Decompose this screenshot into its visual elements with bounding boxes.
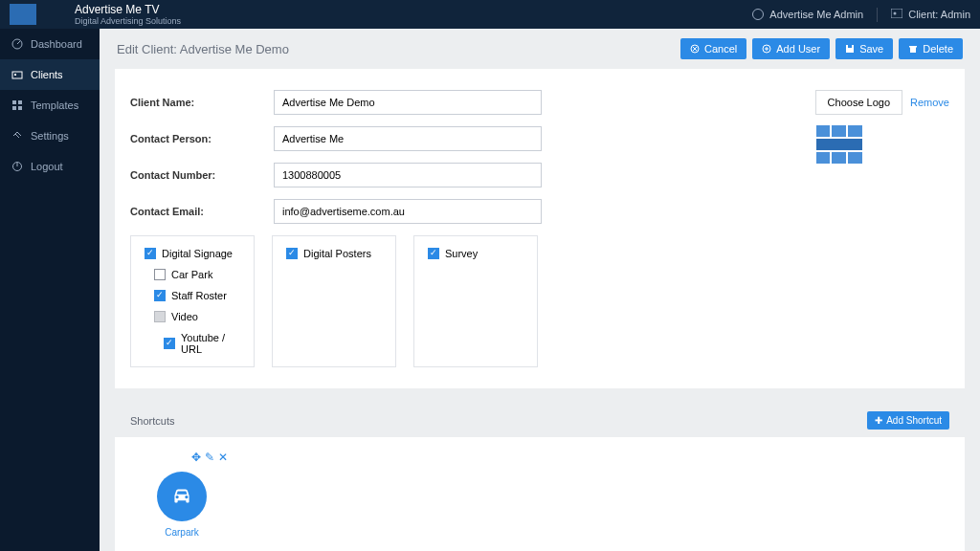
client-admin-label: Client: Admin bbox=[908, 9, 970, 20]
sidebar-item-templates[interactable]: Templates bbox=[0, 90, 100, 121]
sidebar-item-label: Clients bbox=[31, 69, 63, 80]
sidebar-item-clients[interactable]: Clients bbox=[0, 59, 100, 90]
option-digital-posters[interactable]: Digital Posters bbox=[286, 248, 382, 259]
app-title-block: Advertise Me TV Digital Advertising Solu… bbox=[75, 3, 181, 26]
client-name-input[interactable] bbox=[274, 90, 542, 115]
client-admin-link[interactable]: Client: Admin bbox=[891, 9, 970, 20]
shortcuts-title: Shortcuts bbox=[130, 415, 174, 427]
cancel-button[interactable]: Cancel bbox=[680, 38, 746, 59]
cancel-icon bbox=[690, 44, 700, 54]
divider bbox=[877, 8, 878, 22]
shortcut-actions: ✥ ✎ ✕ bbox=[191, 451, 946, 464]
checkbox-icon bbox=[145, 248, 156, 259]
client-name-label: Client Name: bbox=[130, 97, 274, 108]
save-icon bbox=[845, 44, 855, 54]
page-header: Edit Client: Advertise Me Demo Cancel Ad… bbox=[100, 29, 980, 69]
plus-icon: ✚ bbox=[875, 415, 882, 426]
svg-line-3 bbox=[17, 41, 20, 44]
svg-point-1 bbox=[894, 12, 897, 15]
sidebar-item-settings[interactable]: Settings bbox=[0, 121, 100, 151]
topbar-right: Advertise Me Admin Client: Admin bbox=[752, 8, 970, 22]
svg-rect-21 bbox=[910, 47, 916, 53]
option-box-digital-posters: Digital Posters bbox=[272, 235, 396, 367]
shortcut-carpark-icon bbox=[157, 472, 207, 521]
user-admin-link[interactable]: Advertise Me Admin bbox=[752, 9, 863, 20]
page-title: Edit Client: Advertise Me Demo bbox=[117, 42, 289, 56]
checkbox-icon bbox=[154, 311, 166, 322]
option-box-survey: Survey bbox=[413, 235, 538, 367]
svg-rect-9 bbox=[18, 106, 22, 110]
contact-number-label: Contact Number: bbox=[130, 169, 274, 181]
svg-rect-8 bbox=[12, 106, 16, 110]
logo-preview bbox=[815, 124, 863, 165]
option-youtube[interactable]: Youtube / URL bbox=[164, 332, 240, 355]
option-car-park[interactable]: Car Park bbox=[154, 269, 240, 280]
option-video[interactable]: Video bbox=[154, 311, 240, 322]
svg-rect-20 bbox=[848, 45, 852, 48]
plus-icon bbox=[762, 44, 771, 54]
svg-line-10 bbox=[15, 134, 19, 138]
shortcut-edit-icon[interactable]: ✎ bbox=[205, 451, 214, 464]
trash-icon bbox=[908, 44, 918, 54]
checkbox-icon bbox=[286, 248, 298, 259]
app-name: Advertise Me TV bbox=[75, 3, 181, 16]
shortcuts-bar: Shortcuts ✚Add Shortcut bbox=[115, 404, 965, 437]
header-buttons: Cancel Add User Save Delete bbox=[680, 38, 963, 59]
svg-rect-0 bbox=[891, 9, 902, 18]
sidebar-item-label: Settings bbox=[31, 130, 69, 142]
app-subtitle: Digital Advertising Solutions bbox=[75, 16, 181, 26]
shortcut-delete-icon[interactable]: ✕ bbox=[218, 451, 228, 464]
sidebar-item-label: Templates bbox=[31, 99, 78, 111]
option-box-digital-signage: Digital Signage Car Park Staff Roster Vi… bbox=[130, 235, 255, 367]
option-survey[interactable]: Survey bbox=[428, 248, 523, 259]
save-button[interactable]: Save bbox=[835, 38, 893, 59]
badge-icon bbox=[891, 9, 902, 20]
checkbox-icon bbox=[164, 338, 175, 349]
sidebar-item-label: Dashboard bbox=[31, 38, 82, 50]
user-admin-label: Advertise Me Admin bbox=[769, 9, 863, 20]
form-panel: Client Name: Contact Person: Contact Num… bbox=[115, 69, 965, 388]
contact-person-input[interactable] bbox=[274, 126, 542, 151]
option-staff-roster[interactable]: Staff Roster bbox=[154, 290, 240, 301]
checkbox-icon bbox=[428, 248, 439, 259]
shortcuts-panel: ✥ ✎ ✕ Carpark bbox=[115, 437, 965, 551]
sidebar-item-label: Logout bbox=[31, 161, 63, 172]
option-digital-signage[interactable]: Digital Signage bbox=[145, 248, 240, 259]
contact-email-input[interactable] bbox=[274, 199, 542, 224]
remove-logo-link[interactable]: Remove bbox=[910, 97, 949, 108]
app-logo bbox=[10, 4, 36, 25]
add-user-button[interactable]: Add User bbox=[752, 38, 830, 59]
sidebar-item-dashboard[interactable]: Dashboard bbox=[0, 29, 100, 59]
svg-rect-22 bbox=[909, 46, 917, 48]
templates-icon bbox=[11, 99, 23, 111]
delete-button[interactable]: Delete bbox=[899, 38, 963, 59]
svg-rect-5 bbox=[14, 74, 16, 76]
logout-icon bbox=[11, 161, 23, 172]
contact-email-label: Contact Email: bbox=[130, 206, 274, 217]
svg-rect-6 bbox=[12, 100, 16, 104]
checkbox-icon bbox=[154, 290, 166, 301]
clients-icon bbox=[11, 69, 23, 80]
shortcut-item[interactable]: Carpark bbox=[134, 472, 230, 538]
sidebar: Dashboard Clients Templates Settings Log… bbox=[0, 29, 100, 551]
svg-rect-7 bbox=[18, 100, 22, 104]
topbar: Advertise Me TV Digital Advertising Solu… bbox=[0, 0, 980, 29]
settings-icon bbox=[11, 130, 23, 142]
shortcut-label: Carpark bbox=[134, 527, 230, 538]
sidebar-item-logout[interactable]: Logout bbox=[0, 151, 100, 182]
logo-column: Choose Logo Remove bbox=[815, 90, 949, 367]
choose-logo-button[interactable]: Choose Logo bbox=[815, 90, 902, 115]
user-icon bbox=[752, 9, 764, 20]
shortcut-move-icon[interactable]: ✥ bbox=[191, 451, 201, 464]
checkbox-icon bbox=[154, 269, 166, 280]
svg-rect-4 bbox=[12, 72, 22, 78]
dashboard-icon bbox=[11, 38, 23, 50]
contact-person-label: Contact Person: bbox=[130, 133, 274, 144]
contact-number-input[interactable] bbox=[274, 163, 542, 187]
add-shortcut-button[interactable]: ✚Add Shortcut bbox=[867, 411, 949, 430]
